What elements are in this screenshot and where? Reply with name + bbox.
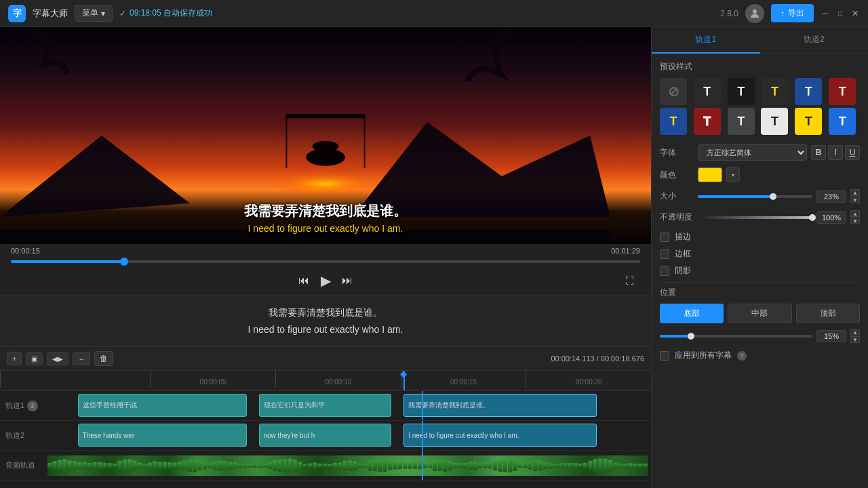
progress-bar-container[interactable]: [0, 258, 651, 266]
svg-rect-75: [368, 460, 372, 470]
svg-rect-79: [388, 462, 392, 470]
opacity-down[interactable]: ▼: [850, 218, 860, 224]
svg-rect-119: [588, 461, 592, 470]
svg-rect-111: [548, 463, 552, 468]
preset-bold-white[interactable]: T: [728, 78, 755, 105]
track2-content[interactable]: These hands wer now they're but h I need…: [47, 421, 651, 450]
svg-rect-96: [473, 462, 477, 470]
opacity-up[interactable]: ▲: [850, 210, 860, 217]
svg-rect-25: [117, 461, 121, 471]
track1-clip2[interactable]: 现在它们只是为和平: [259, 394, 392, 417]
offset-down[interactable]: ▼: [850, 336, 860, 343]
preset-white-bg[interactable]: T: [761, 108, 788, 135]
track2-label: 轨道2: [0, 430, 47, 441]
preset-yellow-highlight[interactable]: T: [795, 108, 822, 135]
play-button[interactable]: ▶: [315, 270, 336, 291]
svg-rect-11: [47, 463, 52, 468]
color-dropdown[interactable]: ▾: [726, 167, 740, 182]
preset-none[interactable]: ⊘: [660, 78, 687, 105]
delete-button[interactable]: 🗑: [94, 351, 113, 366]
pos-bottom[interactable]: 底部: [660, 304, 724, 323]
offset-slider[interactable]: [660, 335, 812, 338]
track2-clip2[interactable]: now they're but h: [259, 424, 392, 447]
maximize-button[interactable]: □: [835, 9, 845, 18]
bold-button[interactable]: B: [811, 145, 826, 160]
color-box[interactable]: [698, 167, 722, 182]
ruler-mark-10s: 00:00:10: [275, 371, 401, 388]
opacity-thumb: [809, 214, 816, 221]
svg-rect-66: [323, 464, 327, 468]
user-icon[interactable]: [745, 4, 764, 23]
split-button[interactable]: ▣: [26, 352, 43, 365]
preset-red-bg[interactable]: T: [829, 78, 856, 105]
waveform-svg: // waveform bars drawn below: [47, 455, 648, 476]
preset-blue-yellow[interactable]: T: [660, 108, 687, 135]
svg-rect-116: [573, 463, 577, 468]
close-button[interactable]: ✕: [850, 9, 860, 18]
minimize-button[interactable]: ─: [821, 9, 830, 18]
preset-yellow[interactable]: T: [761, 78, 788, 105]
svg-rect-73: [358, 464, 362, 468]
svg-rect-85: [418, 462, 422, 469]
size-slider[interactable]: [698, 195, 812, 198]
window-controls: ─ □ ✕: [821, 9, 860, 18]
svg-rect-124: [613, 463, 617, 469]
export-button[interactable]: ↑ 导出: [771, 4, 814, 22]
trim-button[interactable]: ↔: [73, 352, 90, 365]
svg-rect-109: [538, 460, 542, 470]
subtitle-edit-area: 我需要弄清楚我到底是谁。 I need to figure out exactl…: [0, 296, 651, 347]
offset-value: 15%: [816, 330, 846, 342]
svg-rect-12: [52, 461, 56, 470]
svg-rect-64: [313, 462, 317, 468]
svg-rect-54: [262, 464, 267, 467]
track2-clip1[interactable]: These hands wer: [78, 424, 247, 447]
tab-track1[interactable]: 轨道1: [652, 27, 760, 54]
font-select[interactable]: 方正综艺简体: [698, 144, 807, 161]
merge-button[interactable]: ◀▶: [47, 352, 68, 365]
opacity-slider[interactable]: [698, 216, 812, 219]
apply-info-icon[interactable]: ?: [737, 351, 747, 361]
shadow-checkbox[interactable]: [660, 266, 669, 276]
track1-content[interactable]: 这些手曾经用于战 现在它们只是为和平 我需要弄清楚我到底是谁。: [47, 391, 651, 420]
add-clip-button[interactable]: +: [7, 352, 22, 365]
progress-bar[interactable]: [11, 260, 640, 263]
fullscreen-button[interactable]: ⛶: [618, 270, 640, 291]
track1-clip3[interactable]: 我需要弄清楚我到底是谁。: [403, 394, 597, 417]
main-layout: 我需要弄清楚我到底是谁。 I need to figure out exactl…: [0, 27, 868, 488]
svg-rect-114: [563, 463, 567, 468]
preset-red-outline[interactable]: T: [694, 108, 721, 135]
pos-top[interactable]: 顶部: [796, 304, 860, 323]
tracks-container: 轨道1 ① 这些手曾经用于战 现在它们只是为和平 我需要弄清楚我到底是谁。: [0, 391, 651, 488]
stroke-checkbox[interactable]: [660, 232, 669, 242]
svg-rect-45: [218, 460, 222, 470]
pos-middle[interactable]: 中部: [728, 304, 791, 323]
track2-clip3[interactable]: I need to figure out exactly who I am.: [403, 424, 597, 447]
time-total: 00:01:29: [611, 247, 640, 255]
fast-forward-button[interactable]: ⏭: [336, 270, 358, 291]
rewind-button[interactable]: ⏮: [293, 270, 315, 291]
italic-button[interactable]: I: [828, 145, 843, 160]
apply-all-checkbox[interactable]: [660, 351, 669, 361]
underline-button[interactable]: U: [845, 145, 860, 160]
offset-up[interactable]: ▲: [850, 329, 860, 336]
border-checkbox[interactable]: [660, 249, 669, 259]
svg-rect-56: [273, 460, 277, 471]
preset-blue-bg[interactable]: T: [795, 78, 822, 105]
subtitle-english: I need to figure out exactly who I am.: [0, 223, 651, 234]
preset-gray[interactable]: T: [728, 108, 755, 135]
svg-rect-17: [77, 462, 81, 469]
apply-all-row: 应用到所有字幕 ?: [660, 350, 860, 361]
track1-clip1[interactable]: 这些手曾经用于战: [78, 394, 247, 417]
size-up[interactable]: ▲: [850, 189, 860, 196]
menu-button[interactable]: 菜单 ▾: [75, 5, 113, 22]
svg-rect-47: [228, 462, 232, 469]
font-row: 字体 方正综艺简体 B I U: [660, 144, 860, 161]
preset-plain-white[interactable]: T: [694, 78, 721, 105]
svg-rect-99: [488, 463, 492, 468]
tab-track2[interactable]: 轨道2: [760, 27, 869, 54]
svg-rect-35: [167, 462, 172, 469]
preset-blue-white[interactable]: T: [829, 108, 856, 135]
size-down[interactable]: ▼: [850, 197, 860, 203]
save-status: ✓ 09:18:05 自动保存成功: [119, 7, 212, 19]
svg-rect-71: [348, 460, 352, 471]
